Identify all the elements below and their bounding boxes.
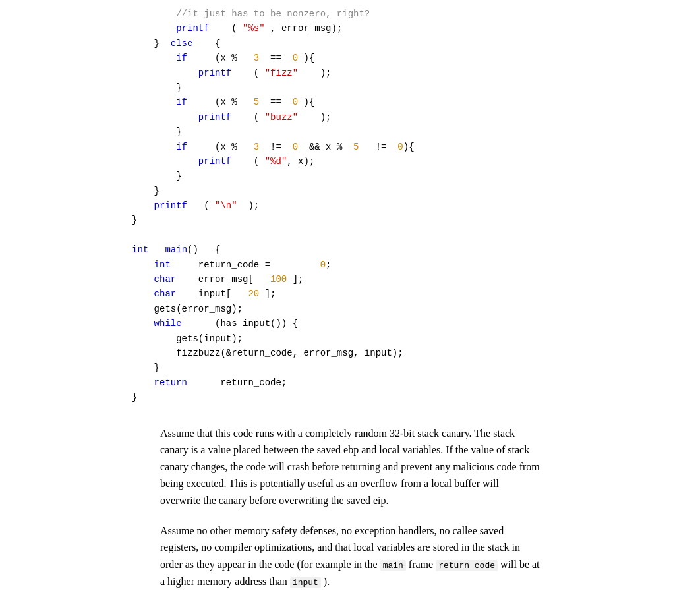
code-line: char error_msg[ 100 ]; — [132, 272, 700, 287]
code-line: return return_code; — [132, 376, 700, 390]
code-line: printf ( "fizz" ); — [132, 66, 700, 80]
paragraph-2-text-part-2: frame — [406, 559, 436, 570]
inline-code-return-code: return_code — [436, 560, 498, 571]
code-line: printf ( "\n" ); — [132, 198, 700, 213]
code-line: int return_code = 0; — [132, 258, 700, 272]
code-line: } — [132, 390, 700, 405]
paragraph-1-text: Assume that this code runs with a comple… — [160, 428, 540, 506]
code-line: gets(input); — [132, 331, 700, 346]
inline-code-input: input — [290, 577, 321, 588]
inline-code-main: main — [380, 560, 406, 571]
code-line: printf ( "%d", x); — [132, 154, 700, 169]
code-line: } — [132, 80, 700, 95]
code-line: } — [132, 125, 700, 139]
code-line: fizzbuzz(&return_code, error_msg, input)… — [132, 346, 700, 360]
code-line: gets(error_msg); — [132, 302, 700, 316]
code-line: } — [132, 184, 700, 198]
paragraph-1: Assume that this code runs with a comple… — [160, 425, 540, 509]
code-line: if (x % 5 == 0 ){ — [132, 95, 700, 109]
code-line: } — [132, 360, 700, 375]
page-container: //it just has to be nonzero, right? prin… — [0, 0, 700, 616]
code-line: int main() { — [132, 242, 700, 257]
code-line: } else { — [132, 36, 700, 51]
code-line: } — [132, 213, 700, 227]
code-section: //it just has to be nonzero, right? prin… — [0, 0, 700, 412]
paragraph-2-text-part-4: ). — [321, 576, 330, 587]
code-line — [132, 228, 700, 242]
code-line: char input[ 20 ]; — [132, 287, 700, 301]
code-line: if (x % 3 == 0 ){ — [132, 51, 700, 65]
code-line: if (x % 3 != 0 && x % 5 != 0){ — [132, 140, 700, 154]
code-line: printf ( "buzz" ); — [132, 110, 700, 125]
code-line: while (has_input()) { — [132, 316, 700, 331]
paragraph-2: Assume no other memory safety defenses, … — [160, 522, 540, 590]
code-line: } — [132, 169, 700, 183]
code-line: printf ( "%s" , error_msg); — [132, 21, 700, 36]
code-line: //it just has to be nonzero, right? — [132, 7, 700, 21]
text-section: Assume that this code runs with a comple… — [0, 412, 700, 590]
